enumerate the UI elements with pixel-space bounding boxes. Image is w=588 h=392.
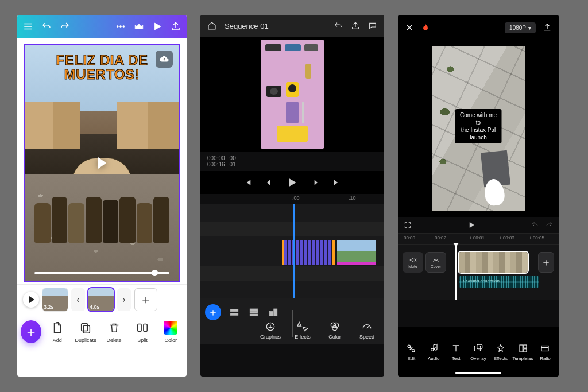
play-button[interactable] [98,157,106,169]
app2-topbar: Sequence 01 [200,15,384,37]
tool-speed[interactable]: Speed [354,321,380,340]
app1-topbar [17,15,187,38]
timeline-clip[interactable] [337,240,376,265]
svg-rect-9 [250,309,258,311]
audio-track[interactable]: ♪ Sound collection [459,276,539,288]
menu-icon[interactable] [23,21,33,32]
skip-end-icon[interactable] [332,178,342,187]
comment-icon[interactable] [368,21,377,30]
tool-add[interactable]: Add [45,320,69,343]
timeline-ruler[interactable]: 00:00 00:02 + 00:01 + 00:03 + 00:05 [398,233,559,244]
tool-ratio[interactable]: Ratio [535,343,555,361]
clip-thumb[interactable]: 3.2s [42,288,68,311]
progress-scrubber[interactable] [34,272,169,274]
share-icon[interactable] [171,21,181,32]
mute-button[interactable]: Mute [403,252,423,273]
clip-thumb[interactable]: 4.0s [88,288,114,311]
add-clip-button[interactable]: ＋ [134,288,157,311]
tool-text[interactable]: Text [446,343,466,361]
timeline[interactable] [200,204,384,298]
caption-text[interactable]: Come with me to the Instax Pal launch [455,109,502,143]
tool-edit[interactable]: Edit [401,343,421,361]
add-fab[interactable]: ＋ [21,320,41,343]
chevron-down-icon: ▾ [528,25,531,31]
app3-topbar: 1080P▾ [398,15,559,40]
redo-icon[interactable] [545,221,553,229]
play-icon[interactable] [152,21,163,32]
home-icon[interactable] [207,21,216,30]
svg-rect-6 [144,324,147,332]
tool-effects[interactable]: Effects [490,343,511,361]
undo-icon[interactable] [41,21,52,32]
playhead[interactable] [455,245,457,300]
undo-icon[interactable] [334,21,343,30]
share-icon[interactable] [351,21,360,30]
transport-controls [200,171,384,194]
time-readout: 000:00 000:16 00 01 [200,152,384,171]
app1-preview-area: FELIZ DIA DE MUERTOS! [17,38,187,284]
svg-rect-10 [250,312,258,313]
time-total: 000:16 [207,161,225,168]
prev-clip-button[interactable]: ‹ [71,288,85,311]
app3-preview[interactable]: Come with me to the Instax Pal launch [398,40,559,217]
more-icon[interactable] [115,21,126,32]
svg-rect-13 [274,309,277,316]
crown-icon[interactable] [134,21,144,32]
frame-back-icon[interactable] [265,178,274,187]
app3-toolbar: Edit Audio Text Overlay Effects Template… [398,327,559,377]
svg-point-1 [120,26,122,28]
frame-fwd-icon[interactable] [311,178,320,187]
duplicate-icon [78,320,93,335]
svg-point-2 [123,26,125,28]
svg-rect-22 [520,345,523,352]
cover-button[interactable]: Cover [425,252,446,273]
layout-2-icon[interactable] [247,306,260,319]
strip-play-button[interactable] [23,292,39,308]
app1-toolbar: ＋ Add Duplicate Delete Split Color [17,315,187,351]
close-icon[interactable] [405,23,414,32]
tool-audio[interactable]: Audio [423,343,444,361]
tool-effects[interactable]: Effects [290,321,315,340]
timeline[interactable]: Mute Cover ♪ Sound collection ＋ [398,244,559,300]
tool-delete[interactable]: Delete [102,320,126,343]
play-icon[interactable] [467,221,475,229]
video-canvas[interactable]: FELIZ DIA DE MUERTOS! [24,44,180,282]
tool-split[interactable]: Split [130,320,154,343]
svg-rect-11 [250,314,258,316]
add-clip-button[interactable]: ＋ [538,252,554,273]
tool-duplicate[interactable]: Duplicate [74,320,98,343]
add-page-icon [50,320,65,335]
layout-1-icon[interactable] [228,306,241,319]
color-icon [163,320,178,335]
tool-color[interactable]: Color [322,321,347,340]
next-clip-button[interactable]: › [117,288,131,311]
playhead[interactable] [293,204,295,298]
app2-preview[interactable] [200,37,384,152]
play-icon[interactable] [287,177,298,188]
add-fab[interactable]: ＋ [205,304,221,320]
export-icon[interactable] [543,23,552,32]
tool-overlay[interactable]: Overlay [468,343,489,361]
fullscreen-icon[interactable] [404,221,412,229]
tool-color[interactable]: Color [158,320,183,343]
tool-graphics[interactable]: Graphics [258,321,283,340]
layout-3-icon[interactable] [267,306,280,319]
timeline-clip[interactable] [459,252,528,273]
svg-rect-25 [541,346,548,351]
redo-icon[interactable] [60,21,70,32]
skip-start-icon[interactable] [243,178,252,187]
frame-current: 00 [230,155,236,161]
trash-icon [107,320,122,335]
resolution-button[interactable]: 1080P▾ [505,22,536,33]
svg-point-16 [334,323,338,327]
flame-icon[interactable] [421,23,430,32]
tool-templates[interactable]: Templates [513,343,533,361]
undo-icon[interactable] [531,221,539,229]
app2-screenshot: Sequence 01 000:00 000:16 00 01 :0 [200,15,384,377]
timeline-clip[interactable] [282,240,335,265]
cloud-save-button[interactable] [156,51,173,68]
svg-rect-4 [84,325,90,333]
timeline-ruler[interactable]: :00 :10 [200,194,384,204]
preview-content: Come with me to the Instax Pal launch [432,46,525,211]
preview-content [261,40,324,149]
